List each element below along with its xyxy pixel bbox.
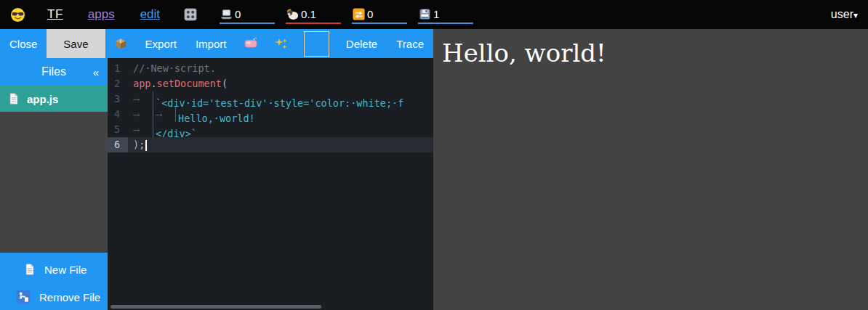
smiling-face-sunglasses-icon[interactable] (10, 7, 25, 23)
app-preview-pane: Hello, world! (433, 29, 868, 310)
trace-button-label: Trace (396, 38, 424, 50)
line-number: 6 (108, 137, 128, 152)
export-button-label: Export (145, 38, 177, 50)
metric-floppy[interactable]: 1 (418, 5, 473, 24)
page-icon (23, 263, 36, 276)
new-file-button-label: New File (44, 264, 87, 276)
package-button[interactable] (105, 29, 136, 58)
control-knobs-icon[interactable] (183, 7, 198, 22)
close-button[interactable]: Close (0, 29, 47, 58)
apps-link[interactable]: apps (88, 7, 115, 22)
file-name-label: app.js (27, 93, 58, 105)
line-number: 4 (108, 107, 128, 122)
floppy-icon (418, 7, 432, 21)
editor-toolbar: CloseSaveExportImportDeleteTrace (0, 29, 433, 58)
code-line-text: app.setDocument( (128, 76, 433, 91)
soap-icon (244, 36, 258, 51)
preview-hello-text: Hello, world! (442, 38, 868, 68)
trace-button[interactable]: Trace (387, 29, 433, 58)
delete-button[interactable]: Delete (337, 29, 387, 58)
remove-file-button[interactable]: Remove File (15, 287, 100, 306)
sidebar-item-app-js[interactable]: app.js (0, 86, 108, 112)
file-page-icon (7, 92, 20, 105)
save-button[interactable]: Save (47, 29, 105, 58)
laptop-icon (220, 7, 233, 21)
horizontal-scrollbar-thumb[interactable] (110, 305, 321, 309)
repeat-icon (352, 7, 366, 21)
metric-repeat[interactable]: 0 (352, 5, 407, 24)
sparkles-icon (274, 36, 289, 51)
metric-laptop[interactable]: 0 (220, 5, 275, 24)
code-line[interactable]: 6); (108, 137, 433, 152)
chevron-down-icon: ▾ (853, 10, 858, 20)
collapse-sidebar-button[interactable]: « (93, 66, 99, 78)
import-button[interactable]: Import (186, 29, 236, 58)
code-line-text: ⟶`<div·id='test-div'·style='color:·white… (128, 91, 433, 107)
code-line-text: ⟶⟶Hello,·world! (128, 107, 433, 122)
new-file-button[interactable]: New File (23, 260, 87, 279)
metric-value: 1 (433, 8, 439, 20)
line-number: 2 (108, 76, 128, 91)
metric-value: 0 (235, 8, 241, 20)
ram-icon (286, 7, 300, 21)
sparkles-button[interactable] (266, 29, 297, 58)
line-number: 3 (108, 91, 128, 107)
files-panel-header: Files « (0, 58, 108, 86)
metric-value: 0 (367, 8, 373, 20)
remove-file-button-label: Remove File (39, 291, 100, 303)
sidebar-file-actions: New FileRemove File (0, 253, 108, 310)
export-button[interactable]: Export (136, 29, 186, 58)
save-button-label: Save (63, 38, 88, 50)
code-line[interactable]: 1//·New·script. (108, 61, 433, 76)
metric-value: 0.1 (301, 8, 316, 20)
code-line[interactable]: 4⟶⟶Hello,·world! (108, 107, 433, 122)
metric-ram[interactable]: 0.1 (286, 5, 341, 24)
unknown-glyph-button[interactable] (304, 31, 329, 57)
files-panel-title: Files (41, 65, 66, 78)
delete-button-label: Delete (346, 38, 377, 50)
code-line-text: ); (128, 137, 433, 152)
litter-bin-icon (15, 289, 31, 305)
code-line-text: ⟶</div>` (128, 122, 433, 137)
top-navigation-bar: TF apps edit 00.101 user▾ (0, 0, 868, 29)
code-line[interactable]: 2app.setDocument( (108, 76, 433, 91)
code-line[interactable]: 5⟶</div>` (108, 122, 433, 137)
text-cursor (145, 140, 147, 151)
code-line[interactable]: 3⟶`<div·id='test-div'·style='color:·whit… (108, 91, 433, 107)
line-number: 5 (108, 122, 128, 137)
code-line-text: //·New·script. (128, 61, 433, 76)
user-menu-label: user (831, 8, 853, 20)
status-metrics: 00.101 (220, 5, 484, 24)
file-list-empty-area (0, 112, 108, 253)
code-editor[interactable]: 1//·New·script.2app.setDocument(3⟶`<div·… (108, 58, 433, 310)
import-button-label: Import (196, 38, 227, 50)
edit-link[interactable]: edit (140, 7, 160, 22)
line-number: 1 (108, 61, 128, 76)
close-button-label: Close (9, 38, 37, 50)
user-menu[interactable]: user▾ (831, 8, 858, 21)
brand-tf-link[interactable]: TF (47, 7, 63, 22)
package-icon (113, 36, 128, 51)
soap-button[interactable] (236, 29, 266, 58)
